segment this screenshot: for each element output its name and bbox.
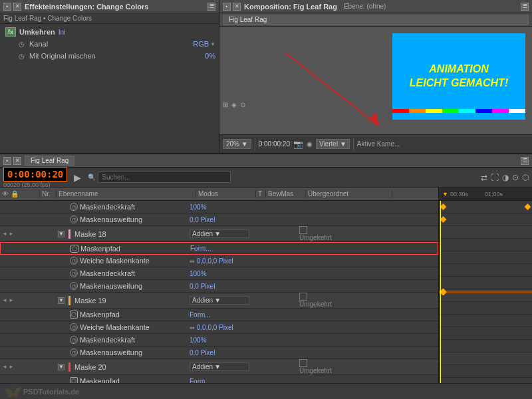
row-label-wmk18: Weiche Maskenkante	[80, 257, 150, 265]
rainbow-yellow	[426, 109, 442, 113]
wmk19-value[interactable]: 0,0,0,0 Pixel	[197, 324, 233, 331]
rainbow-red	[392, 109, 409, 113]
timeline-options-icon[interactable]: ☰	[521, 157, 529, 165]
comp-close-icon[interactable]: ✕	[233, 3, 241, 11]
expand-maske20[interactable]: ▼	[58, 364, 65, 370]
canvas-preview: ANIMATION LEICHT GEMACHT!	[392, 33, 525, 120]
layer-label: Ebene: (ohne)	[344, 3, 386, 10]
timecode-display[interactable]: 0:00:00:20	[3, 167, 67, 182]
zoom-dropdown-icon: ▼	[241, 140, 248, 148]
row-val-mp20: Form...	[190, 378, 249, 384]
timeline-icon3[interactable]: ◑	[502, 173, 509, 182]
modus-dropdown-19[interactable]: Addien ▼	[190, 296, 249, 305]
row-name-mdk18: ◷ Maskendeckkraft	[57, 269, 190, 277]
mdk19-value[interactable]: 100%	[190, 336, 207, 344]
prop-value-kanal[interactable]: RGB ▼	[193, 40, 215, 48]
ruler-track: ▼ 00:30s 01:00s	[439, 188, 532, 201]
tool-icon-1[interactable]: ⊞	[223, 101, 228, 108]
comp-menu-icon[interactable]: ▪	[223, 3, 231, 11]
composition-panel: ▪ ✕ Komposition: Fig Leaf Rag Ebene: (oh…	[219, 0, 532, 153]
rainbow-bar	[392, 109, 525, 113]
row-label-mdk19: Maskendeckkraft	[80, 336, 135, 344]
view-selector[interactable]: Viertel ▼	[316, 139, 350, 149]
timeline-track-row2	[439, 213, 532, 226]
row-name-mdk19: ◷ Maskendeckkraft	[57, 336, 190, 344]
clock-maw18[interactable]: ◷	[70, 282, 78, 290]
layer-rows: ◷ Maskendeckkraft 100% ◷ Maskenausweitun…	[0, 201, 438, 383]
rainbow-orange	[409, 109, 426, 113]
timeline-track-row5	[439, 264, 532, 277]
arrow-left-18[interactable]: ◄	[2, 231, 7, 237]
modus-dropdown-20[interactable]: Addien ▼	[190, 362, 249, 371]
zoom-selector[interactable]: 20% ▼	[223, 139, 251, 149]
maw18-value[interactable]: 0,0 Pixel	[190, 283, 215, 290]
wmk18-value[interactable]: 0,0,0,0 Pixel	[197, 257, 233, 265]
timeline-section: ▪ ✕ Fig Leaf Rag ☰ 0:00:00:20 00020 (25,…	[0, 154, 532, 399]
arrow-right-19[interactable]: ►	[9, 297, 14, 303]
timeline-icon2[interactable]: ⛶	[491, 173, 499, 182]
col-bew-header: BewMas	[266, 190, 306, 198]
clock-wmk19[interactable]: ◷	[70, 323, 78, 331]
clock-mdk19[interactable]: ◷	[70, 336, 78, 344]
maskenaus1-value[interactable]: 0,0 Pixel	[190, 216, 215, 223]
umgekehrt-check-20[interactable]	[299, 359, 307, 367]
row-label-maske19: Maske 19	[74, 297, 106, 305]
clock-wmk18[interactable]: ◷	[70, 257, 78, 265]
row-val-maw18: 0,0 Pixel	[190, 283, 249, 290]
timeline-header: ▪ ✕ Fig Leaf Rag ☰	[0, 154, 532, 168]
prop-clock-icon: ◷	[17, 39, 26, 49]
comp-tab[interactable]: Fig Leaf Rag	[223, 15, 529, 25]
timeline-ruler: ▼ 00:30s 01:00s	[439, 188, 532, 383]
mp18-value[interactable]: Form...	[190, 245, 211, 252]
panel-options-icon[interactable]: ☰	[207, 3, 215, 11]
timeline-icon4[interactable]: ⊙	[512, 173, 519, 182]
row-name-maske20: ▼ Maske 20	[57, 362, 190, 372]
fps-label: 00020 (25,00 fps)	[3, 182, 67, 188]
mdk18-value[interactable]: 100%	[190, 270, 207, 277]
umgekehrt-check-19[interactable]	[299, 293, 307, 301]
timeline-icon5[interactable]: ⬡	[522, 173, 529, 182]
row-value-maskendeckkraft1[interactable]: 100%	[190, 203, 207, 211]
timeline-body: 👁 🔒 Nr. Ebenenname Modus T BewMas Überge…	[0, 188, 532, 383]
row-val-maskenaus1: 0,0 Pixel	[190, 216, 249, 223]
timeline-icon1[interactable]: ⇄	[481, 173, 487, 182]
toolbar-div2	[353, 138, 354, 150]
arrow-left-19[interactable]: ◄	[2, 297, 7, 303]
effects-panel-title: Effekteinstellungen: Change Colors	[25, 3, 148, 11]
tool-icon-2[interactable]: ◈	[231, 101, 237, 108]
keyframe-diamond2	[525, 203, 531, 210]
clock-maw19[interactable]: ◷	[70, 348, 78, 356]
prop-value-mischen[interactable]: 0%	[205, 52, 215, 60]
watch-icon[interactable]: ◷	[70, 203, 78, 211]
mp19-value[interactable]: Form...	[190, 311, 211, 319]
effect-toggle[interactable]: Ini	[59, 29, 66, 36]
comp-options-icon[interactable]: ☰	[521, 3, 529, 11]
watch-icon2[interactable]: ◷	[70, 215, 78, 223]
keyframe-diamond	[440, 203, 447, 210]
search-input[interactable]	[98, 172, 231, 183]
panel-menu-icon[interactable]: ▪	[3, 3, 11, 11]
expand-maske18[interactable]: ▼	[58, 231, 65, 237]
mp20-value[interactable]: Form...	[190, 378, 211, 384]
timeline-close-icon[interactable]: ✕	[13, 157, 21, 165]
arrow-right-20[interactable]: ►	[9, 364, 14, 370]
arrow-left-20[interactable]: ◄	[2, 364, 7, 370]
clock-mdk18[interactable]: ◷	[70, 269, 78, 277]
panel-close-icon[interactable]: ✕	[13, 3, 21, 11]
rainbow-cyan	[459, 109, 475, 113]
umgekehrt-check-18[interactable]	[299, 226, 307, 234]
eye-col-icon: 👁	[2, 190, 9, 198]
view-dropdown-icon: ▼	[340, 140, 346, 148]
timeline-track-row8	[439, 315, 532, 327]
timeline-tab[interactable]: Fig Leaf Rag	[25, 156, 74, 166]
arrow-right-18[interactable]: ►	[9, 231, 14, 237]
maw19-value[interactable]: 0,0 Pixel	[190, 349, 215, 356]
prop-name-kanal: Kanal	[29, 40, 190, 48]
play-btn[interactable]: ▶	[74, 172, 81, 183]
mask-icon-20: ⬡	[70, 377, 78, 383]
tool-icon-3[interactable]: ⊙	[240, 101, 245, 108]
modus-dropdown-18[interactable]: Addien ▼	[190, 229, 249, 238]
row-name-maske18: ▼ Maske 18	[57, 229, 190, 239]
timeline-menu-icon[interactable]: ▪	[3, 157, 11, 165]
expand-maske19[interactable]: ▼	[58, 297, 65, 304]
